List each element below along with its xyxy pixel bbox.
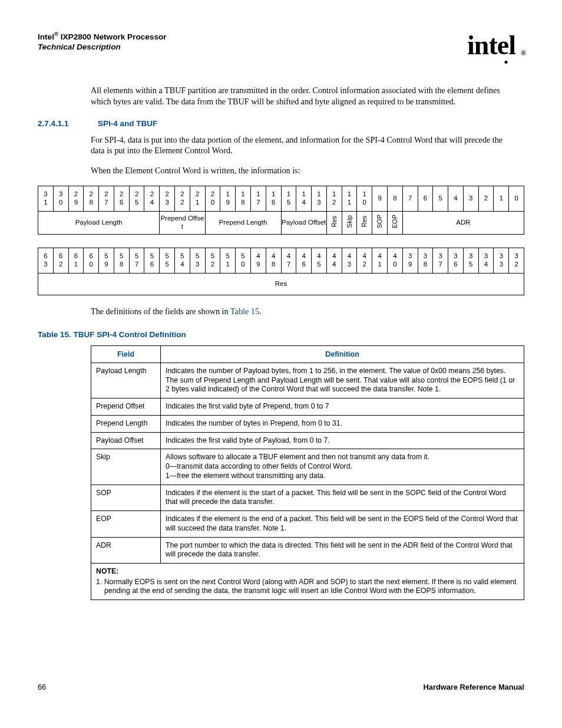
bit-header-cell: 28 (84, 186, 99, 211)
table-row: SOPIndicates if the element is the start… (91, 485, 524, 510)
bit-header-cell: 24 (144, 186, 160, 211)
page-header: Intel® IXP2800 Network Processor Technic… (38, 31, 524, 68)
field-name-cell: EOP (91, 511, 161, 537)
table-row: Payload LengthIndicates the number of Pa… (91, 363, 524, 398)
doc-title-line1: Intel® IXP2800 Network Processor (38, 31, 167, 42)
bit-header-cell: 33 (494, 248, 509, 273)
bit-header-cell: 5 (433, 186, 448, 211)
bit-header-cell: 9 (372, 186, 388, 211)
section-title: SPI-4 and TBUF (98, 118, 157, 129)
bitfield-cell: Payload Offset (281, 211, 326, 234)
brand-name: Intel (38, 32, 54, 41)
bitfield-cell: Prepend Offset (160, 211, 205, 234)
bit-header-cell: 14 (296, 186, 312, 211)
bit-header-cell: 16 (266, 186, 281, 211)
bit-header-cell: 15 (281, 186, 296, 211)
bit-header-cell: 22 (175, 186, 190, 211)
bit-header-cell: 48 (266, 248, 281, 273)
field-name-cell: Prepend Offset (91, 398, 161, 416)
bitfield-cell: Res (357, 211, 372, 234)
bitfield-cell: Res (38, 273, 524, 295)
section-number: 2.7.4.1.1 (38, 118, 98, 129)
table15-head-field: Field (91, 345, 161, 363)
bit-header-cell: 10 (357, 186, 372, 211)
table-row: ADRThe port number to which the data is … (91, 537, 524, 563)
bit-header-cell: 13 (312, 186, 327, 211)
bit-header-cell: 41 (372, 248, 388, 273)
bit-header-cell: 40 (387, 248, 402, 273)
bit-header-cell: 27 (99, 186, 114, 211)
bit-header-cell: 6 (418, 186, 433, 211)
bit-header-cell: 54 (175, 248, 190, 273)
bit-header-cell: 38 (418, 248, 433, 273)
bit-header-cell: 8 (387, 186, 402, 211)
bit-header-cell: 49 (250, 248, 266, 273)
intel-logo: intel.® (467, 28, 524, 66)
bit-header-cell: 43 (342, 248, 357, 273)
bit-header-cell: 0 (509, 186, 524, 211)
field-name-cell: Skip (91, 449, 161, 485)
bit-header-cell: 57 (129, 248, 144, 273)
bit-header-cell: 56 (144, 248, 160, 273)
field-def-cell: The port number to which the data is dir… (161, 537, 524, 563)
table15-header-row: Field Definition (91, 345, 524, 363)
logo-registered: ® (521, 49, 525, 57)
bit-header-cell: 12 (326, 186, 342, 211)
table-note-cell: NOTE:1. Normally EOPS is sent on the nex… (91, 563, 524, 599)
table15: Field Definition Payload LengthIndicates… (91, 345, 524, 600)
field-def-cell: Allows software to allocate a TBUF eleme… (161, 449, 524, 485)
bit-header-cell: 31 (38, 186, 54, 211)
bit-header-cell: 4 (448, 186, 464, 211)
field-def-cell: Indicates the first valid byte of Prepen… (161, 398, 524, 416)
registered-mark: ® (54, 31, 58, 37)
bitfield-cell: Res (326, 211, 342, 234)
product-name: IXP2800 Network Processor (58, 32, 167, 41)
bit-header-cell: 19 (220, 186, 236, 211)
bit-header-cell: 46 (296, 248, 312, 273)
table-row: Prepend OffsetIndicates the first valid … (91, 398, 524, 416)
page-number: 66 (38, 683, 46, 692)
bit-header-cell: 51 (220, 248, 236, 273)
after-bits-text: The definitions of the fields are shown … (91, 306, 518, 317)
table-row: Payload OffsetIndicates the first valid … (91, 432, 524, 449)
section-p1: For SPI-4, data is put into the data por… (91, 134, 518, 156)
bit-header-cell: 39 (402, 248, 418, 273)
footer-title: Hardware Reference Manual (424, 683, 524, 692)
bitfield-cell: Payload Length (38, 211, 160, 234)
bitfield-table-1: 3130292827262524232221201918171615141312… (38, 186, 524, 235)
bit-header-cell: 18 (236, 186, 251, 211)
bit-header-cell: 7 (402, 186, 418, 211)
field-name-cell: ADR (91, 537, 161, 563)
table-xref[interactable]: Table 15 (230, 307, 259, 316)
bit-header-cell: 2 (478, 186, 494, 211)
bit-header-cell: 3 (463, 186, 478, 211)
field-def-cell: Indicates the number of bytes in Prepend… (161, 415, 524, 432)
doc-title-block: Intel® IXP2800 Network Processor Technic… (38, 31, 167, 52)
bit-header-cell: 11 (342, 186, 357, 211)
bit-header-cell: 34 (478, 248, 494, 273)
bit-header-cell: 63 (38, 248, 54, 273)
table-row: SkipAllows software to allocate a TBUF e… (91, 449, 524, 485)
field-def-cell: Indicates the first valid byte of Payloa… (161, 432, 524, 449)
field-name-cell: Payload Length (91, 363, 161, 398)
field-def-cell: Indicates if the element is the end of a… (161, 511, 524, 537)
table15-head-def: Definition (161, 345, 524, 363)
bit-header-cell: 30 (53, 186, 68, 211)
bit-header-cell: 58 (114, 248, 129, 273)
bit-header-cell: 50 (236, 248, 251, 273)
bit-header-cell: 21 (190, 186, 205, 211)
bitfield-table-2: 6362616059585756555453525150494847464544… (38, 248, 524, 295)
note-heading: NOTE: (96, 567, 519, 577)
bit-header-cell: 29 (68, 186, 84, 211)
bit-header-cell: 44 (326, 248, 342, 273)
section-p2: When the Element Control Word is written… (91, 165, 518, 176)
field-name-cell: Payload Offset (91, 432, 161, 449)
bitfield-cell: SOP (372, 211, 388, 234)
table-row: EOPIndicates if the element is the end o… (91, 511, 524, 537)
bit-header-cell: 23 (160, 186, 175, 211)
bit-header-cell: 42 (357, 248, 372, 273)
bit-header-cell: 52 (205, 248, 220, 273)
table-row: Prepend LengthIndicates the number of by… (91, 415, 524, 432)
note-body: 1. Normally EOPS is sent on the next Con… (96, 578, 519, 596)
bit-header-cell: 25 (129, 186, 144, 211)
